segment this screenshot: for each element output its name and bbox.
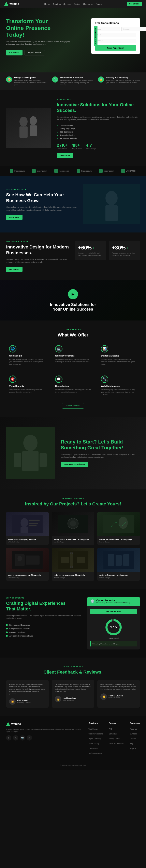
footer-col-support: Support FAQ Contact Us Privacy Policy Te… — [109, 722, 124, 756]
footer-link-0-0[interactable]: Web Design — [89, 728, 98, 730]
reviewer-name-1: David Harrison — [63, 697, 76, 699]
footer: webiso Transforming businesses through i… — [0, 716, 146, 770]
ready-image — [6, 427, 55, 479]
service-icon-4: 💬 — [55, 375, 63, 383]
cyber-bullet-0: Expertise and Experience — [6, 624, 81, 626]
services-grid: 🌐 Web Design We craft visually stunning … — [6, 342, 140, 399]
ready-book-button[interactable]: Book Free Consultation — [61, 462, 88, 467]
project-info-0: Man & Dance Company Perfume Website Desi… — [6, 536, 49, 545]
who-title: Innovative Solutions for Your Online Suc… — [57, 102, 140, 114]
consult-message-input[interactable] — [95, 39, 136, 43]
reviewer-0: 👩 Uma Kumari Marketing Director — [9, 698, 46, 705]
innov-get-started-button[interactable]: Get Started — [6, 267, 23, 272]
footer-brand: webiso Transforming businesses through i… — [6, 722, 82, 756]
project-type-5: Funnel Design — [99, 577, 138, 579]
innov-tag: INNOVATIVE DESIGN — [6, 241, 71, 243]
footer-link-0-1[interactable]: Web Development — [89, 733, 103, 735]
reviewer-2: 👨 Thomas Lawson Business Owner — [100, 693, 137, 700]
service-desc-4: Expert digital consultations that help y… — [55, 389, 91, 393]
reviewer-role-1: CEO & Founder — [63, 699, 76, 701]
feature-icon-0: 🎨 — [6, 76, 12, 83]
footer-link-1-3[interactable]: Terms & Conditions — [109, 743, 124, 745]
svg-rect-22 — [58, 515, 88, 533]
svg-rect-3 — [30, 125, 37, 136]
see-how-learn-more-button[interactable]: Learn More — [6, 215, 23, 220]
reviewer-avatar-2: 👨 — [100, 693, 107, 700]
consult-name-input[interactable] — [95, 27, 120, 31]
see-how-tag: SEE HOW WE HELP — [6, 188, 77, 190]
innovative-content: INNOVATIVE DESIGN Innovative Design for … — [6, 241, 71, 272]
reviewer-role-2: Business Owner — [108, 697, 123, 699]
project-info-4: Hoffman 1928 Wines Profile Website Websi… — [52, 572, 94, 581]
gauge-circle: 97% — [105, 619, 122, 635]
twitter-icon[interactable]: 𝕏 — [13, 735, 18, 741]
cyber-get-started-button[interactable]: Get Started Now — [90, 609, 137, 614]
feature-item-0: 🎨 Design & Development Custom web design… — [6, 76, 48, 86]
see-how-image — [83, 184, 140, 224]
footer-col-company: Company About Us Our Team Careers Blog P… — [130, 722, 140, 756]
video-banner-title: Innovative Solutions for Your Online Suc… — [50, 302, 96, 312]
project-type-4: Website Design — [54, 577, 92, 579]
footer-link-1-1[interactable]: Contact Us — [109, 733, 117, 735]
hero-explore-button[interactable]: Explore Portfolio — [25, 50, 45, 56]
service-title-3: Visual Identity — [9, 385, 45, 387]
footer-link-2-0[interactable]: About Us — [130, 728, 137, 730]
play-button[interactable]: ▶ — [68, 289, 78, 299]
service-desc-5: Reliable ongoing maintenance services to… — [101, 389, 137, 396]
project-2: Maltes Perfume Funnel Landing Page Funne… — [97, 512, 140, 545]
footer-link-2-4[interactable]: Projects — [130, 747, 136, 749]
footer-link-0-4[interactable]: Consultation — [89, 747, 98, 749]
services-see-all-button[interactable]: See All Services — [62, 403, 84, 408]
logo[interactable]: webiso — [4, 2, 19, 6]
consult-title: Free Consultations — [95, 22, 136, 25]
review-text-1: The professionalism and creativity of th… — [55, 683, 91, 693]
nav-home[interactable]: Home — [44, 3, 50, 5]
svg-rect-36 — [116, 555, 122, 566]
feature-title-1: Maintenance & Support — [60, 76, 94, 79]
nav-services[interactable]: Services — [64, 3, 71, 5]
linkedin-icon[interactable]: in — [27, 735, 32, 741]
consult-email-input[interactable] — [95, 33, 136, 37]
nav-cta-button[interactable]: Get a Quote — [127, 2, 142, 6]
project-info-1: Nancy Watch Promotional Landing page Lan… — [52, 536, 94, 545]
consult-submit-button[interactable]: Fix an Appointment — [95, 45, 136, 51]
ready-content: Ready to Start? Let's Build Something Gr… — [61, 439, 140, 467]
projects-grid: Man & Dance Company Perfume Website Desi… — [6, 512, 140, 581]
footer-link-1-0[interactable]: FAQ — [109, 728, 112, 730]
nav-pages[interactable]: Pages — [96, 3, 101, 5]
footer-link-0-5[interactable]: Web Maintenance — [89, 752, 102, 754]
ready-desc: Transform your digital presence with our… — [61, 453, 140, 459]
reviewer-1: 👨 David Harrison CEO & Founder — [55, 696, 91, 702]
copyright-text: © 2024 Webiso. All rights reserved. — [60, 764, 86, 766]
brand-icon-1 — [32, 169, 36, 173]
brand-name-0: Inspiripsum — [15, 170, 25, 172]
footer-link-2-3[interactable]: Blog — [130, 743, 133, 745]
feature-desc-1: Reliable ongoing support and maintenance… — [60, 79, 94, 86]
instagram-icon[interactable]: 📷 — [20, 735, 25, 741]
speed-gauge: 97% — [90, 619, 137, 635]
nav-contact[interactable]: Contact us — [83, 3, 93, 5]
project-info-2: Maltes Perfume Funnel Landing Page Funne… — [97, 536, 140, 545]
innov-desc: Our team creates cutting-edge digital ex… — [6, 258, 71, 264]
nav-about[interactable]: About us — [53, 3, 60, 5]
brand-name-1: Inspiripsum — [37, 170, 47, 172]
footer-link-2-2[interactable]: Careers — [130, 738, 136, 740]
who-learn-more-button[interactable]: Learn More — [57, 153, 73, 158]
facebook-icon[interactable]: f — [6, 735, 11, 741]
stat-1: 4K+ Projects Done — [72, 143, 82, 150]
stat-label-0: Happy Clients — [57, 148, 68, 150]
hero-get-started-button[interactable]: Get Started — [6, 50, 23, 56]
footer-link-2-1[interactable]: Our Team — [130, 733, 137, 735]
project-type-3: Website Design — [8, 577, 47, 579]
footer-link-0-2[interactable]: Digital Marketing — [89, 738, 101, 740]
footer-link-0-3[interactable]: Visual Identity — [89, 743, 99, 745]
who-we-are-section: WHO WE ARE Innovative Solutions for Your… — [0, 90, 146, 166]
review-2: I was impressed by their attention to de… — [97, 680, 140, 708]
service-5: 🔧 Web Maintenance Reliable ongoing maint… — [98, 372, 140, 399]
brand-icon-2 — [54, 169, 58, 173]
see-how-section: SEE HOW WE HELP See How We Can Help Your… — [0, 176, 146, 232]
nav-project[interactable]: Project — [74, 3, 80, 5]
service-title-0: Web Design — [9, 354, 45, 357]
consult-company-input[interactable] — [121, 27, 146, 31]
footer-link-1-2[interactable]: Privacy Policy — [109, 738, 119, 740]
